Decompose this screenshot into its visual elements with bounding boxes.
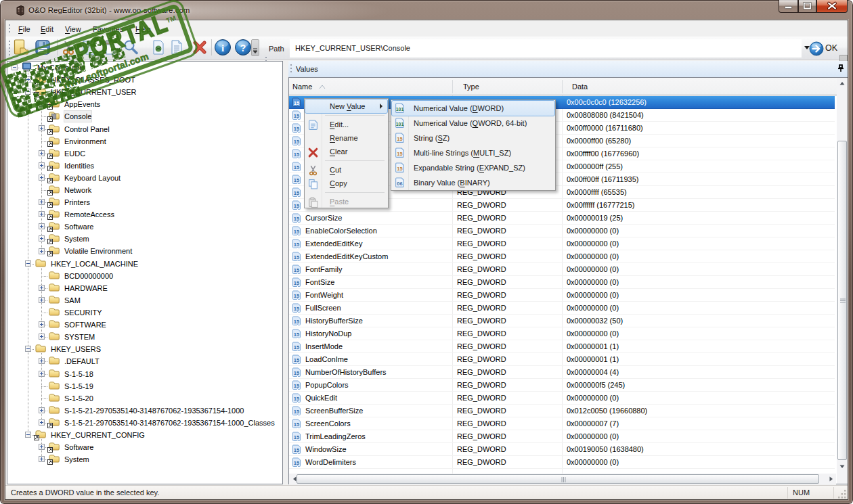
svg-text:15: 15 (294, 177, 299, 183)
svg-text:15: 15 (294, 242, 299, 248)
svg-text:15: 15 (294, 139, 299, 145)
svg-text:15: 15 (294, 383, 299, 389)
svg-text:15: 15 (294, 280, 299, 286)
svg-text:15: 15 (294, 421, 299, 428)
svg-text:15: 15 (294, 409, 299, 415)
svg-text:15: 15 (294, 126, 299, 132)
svg-text:15: 15 (294, 254, 299, 260)
svg-text:15: 15 (294, 267, 299, 273)
svg-text:15: 15 (294, 293, 299, 299)
svg-text:15: 15 (294, 460, 299, 466)
svg-text:i: i (221, 43, 224, 53)
svg-text:101: 101 (396, 107, 404, 112)
svg-text:15: 15 (294, 396, 299, 402)
svg-text:15: 15 (294, 306, 299, 312)
svg-text:15: 15 (294, 357, 299, 363)
svg-text:15: 15 (294, 100, 299, 106)
svg-text:15: 15 (397, 151, 402, 157)
svg-text:?: ? (240, 43, 246, 53)
svg-text:15: 15 (294, 344, 299, 350)
svg-text:15: 15 (294, 229, 299, 235)
svg-text:15: 15 (294, 370, 299, 376)
svg-text:15: 15 (294, 152, 299, 158)
svg-text:15: 15 (294, 190, 299, 196)
svg-text:15: 15 (294, 216, 299, 222)
svg-text:101: 101 (396, 122, 404, 127)
svg-text:15: 15 (294, 203, 299, 209)
svg-text:06: 06 (397, 181, 402, 187)
svg-text:15: 15 (397, 166, 402, 172)
svg-text:15: 15 (294, 331, 299, 338)
svg-text:15: 15 (294, 319, 299, 325)
svg-text:15: 15 (397, 136, 402, 142)
svg-text:15: 15 (294, 434, 299, 440)
svg-text:15: 15 (294, 113, 299, 119)
svg-text:15: 15 (294, 447, 299, 453)
svg-text:15: 15 (294, 164, 299, 170)
